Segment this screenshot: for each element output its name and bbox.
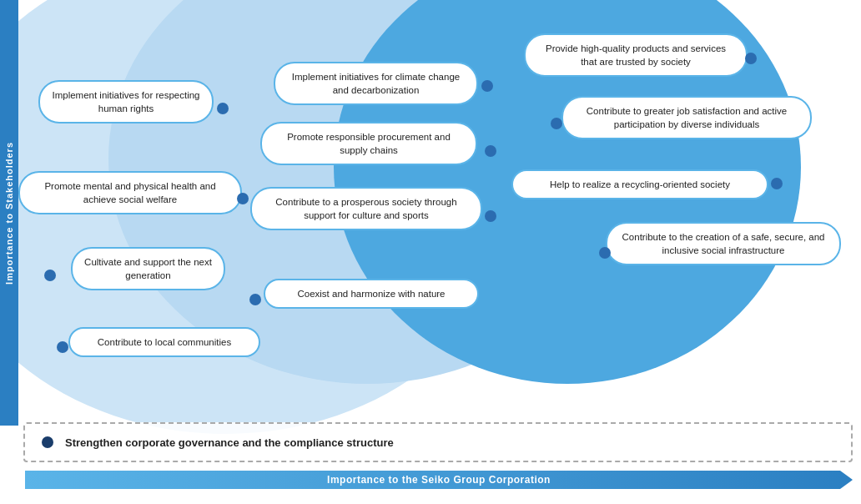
dot-d3 [44,270,56,281]
dot-d8 [249,294,261,305]
governance-label: Strengthen corporate governance and the … [65,436,394,449]
horizontal-axis-arrow: Importance to the Seiko Group Corporatio… [25,471,853,489]
bubble-b12: Contribute to the creation of a safe, se… [606,222,841,265]
dot-d1 [217,103,229,114]
bubble-b1: Implement initiatives for respecting hum… [38,80,214,123]
bubble-b11: Help to realize a recycling-oriented soc… [511,169,768,199]
dot-d12 [599,247,611,259]
bubble-b5: Implement initiatives for climate change… [274,62,478,105]
bubble-b9: Provide high-quality products and servic… [524,33,748,77]
bubble-b4: Contribute to local communities [68,327,260,357]
bubble-b2: Promote mental and physical health and a… [18,171,242,214]
bubble-b8: Coexist and harmonize with nature [264,279,479,309]
dot-d6 [485,145,496,157]
bubble-b6: Promote responsible procurement and supp… [260,122,477,165]
bubble-b7: Contribute to a prosperous society throu… [250,187,482,230]
dot-d7 [485,210,496,222]
dot-d4 [57,341,68,353]
vertical-axis-label: Importance to Stakeholders [0,0,18,426]
main-container: Importance to Stakeholders Strengthen co… [0,0,861,504]
governance-dot [42,436,53,448]
bubble-b3: Cultivate and support the next generatio… [71,247,225,290]
dot-d2 [237,193,249,204]
dot-d10 [551,118,562,129]
dot-d9 [745,53,757,64]
bubble-b10: Contribute to greater job satisfaction a… [561,96,812,139]
dot-d11 [771,178,783,189]
dot-d5 [481,80,493,92]
governance-box: Strengthen corporate governance and the … [23,422,853,462]
